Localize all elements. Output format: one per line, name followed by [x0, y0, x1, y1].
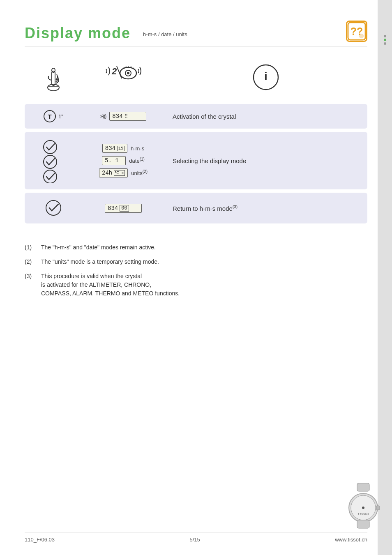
scroll-dot [384, 42, 386, 45]
hms-label: h-m-s [131, 145, 144, 152]
date-label: date(1) [129, 157, 145, 164]
page-footer: 110_F/06.03 5/15 www.tissot.ch [25, 532, 367, 543]
triple-check-icon [41, 138, 66, 183]
watch-image: T·TOUCH [343, 481, 384, 530]
svg-rect-28 [357, 520, 369, 528]
main-content: 2 [25, 59, 367, 304]
activation-lcd-row: »))) 834 ⠿ [100, 112, 147, 121]
scroll-dot-active [384, 39, 386, 41]
svg-point-2 [359, 34, 364, 39]
hms-lcd: 834 15 [102, 144, 127, 153]
icon-row-header: 2 [25, 59, 367, 96]
footnote-2: (2) The "units" mode is a temporary sett… [25, 258, 367, 266]
activation-desc: Activation of the crystal [164, 107, 367, 126]
hms-lcd-row: 834 15 h-m-s [102, 144, 144, 153]
svg-text:T·TOUCH: T·TOUCH [358, 513, 369, 515]
page-subtitle: h-m-s / date / units [143, 31, 187, 37]
footer-left: 110_F/06.03 [25, 537, 55, 543]
svg-point-11 [127, 72, 129, 74]
t-circle: T [44, 110, 56, 122]
page-title: Display mode [25, 25, 131, 42]
return-desc: Return to h-m-s mode(3) [164, 198, 367, 218]
selecting-desc: Selecting the display mode [164, 151, 367, 170]
return-row: 834 00 Return to h-m-s mode(3) [25, 193, 367, 223]
lcd-colon: ⠿ [125, 114, 128, 119]
activation-lcd: 834 ⠿ [109, 112, 146, 121]
svg-line-13 [126, 66, 126, 67]
svg-point-22 [46, 200, 61, 215]
units-lcd: 24h ℃ m [99, 168, 128, 177]
scroll-dot [384, 35, 386, 37]
svg-rect-23 [357, 483, 369, 491]
activation-text: Activation of the crystal [173, 113, 236, 120]
units-lcd-row: 24h ℃ m units(2) [99, 168, 148, 177]
eye-with-waves-icon: 2 [103, 59, 144, 92]
info-icon: i [251, 63, 280, 92]
selecting-row: 834 15 h-m-s 5. 1 ⁻ date(1) 24h [25, 132, 367, 189]
t-button: T 1" [44, 110, 63, 122]
svg-text:i: i [264, 70, 267, 83]
svg-rect-4 [52, 71, 55, 85]
footnote-1-num: (1) [25, 243, 41, 252]
activation-action: T 1" [25, 104, 82, 129]
footnote-1-text: The "h-m-s" and "date" modes remain acti… [41, 243, 156, 252]
activation-row: T 1" »))) 834 ⠿ Activation of the crysta… [25, 104, 367, 129]
info-icon-col: i [164, 63, 367, 92]
svg-point-19 [44, 140, 57, 154]
hand-icon [40, 61, 67, 92]
date-lcd-row: 5. 1 ⁻ date(1) [102, 156, 145, 165]
selecting-action [25, 132, 82, 189]
footnote-3-text: This procedure is valid when the crystal… [41, 272, 180, 298]
single-check-icon [44, 199, 63, 217]
return-lcd: 834 00 [105, 204, 142, 213]
return-action [25, 193, 82, 223]
question-mark-svg: ?? [347, 21, 366, 41]
watch-svg: T·TOUCH [343, 481, 384, 530]
eye-icon-col: 2 [82, 59, 164, 92]
footnote-3-num: (3) [25, 272, 41, 298]
lcd-time: 834 [112, 113, 122, 120]
right-bar [378, 0, 392, 555]
return-display: 834 00 [82, 198, 164, 219]
selecting-text: Selecting the display mode [173, 157, 246, 164]
t-label: 1" [58, 113, 63, 120]
sound-waves: »))) [100, 113, 106, 119]
svg-point-21 [44, 170, 57, 183]
hand-icon-col [25, 61, 82, 92]
svg-point-5 [52, 68, 55, 72]
svg-point-26 [362, 507, 364, 509]
activation-display: »))) 834 ⠿ [82, 106, 164, 127]
footnotes: (1) The "h-m-s" and "date" modes remain … [25, 239, 367, 304]
svg-line-8 [117, 66, 122, 78]
svg-text:2: 2 [111, 66, 117, 76]
units-label: units(2) [131, 169, 148, 176]
date-lcd: 5. 1 ⁻ [102, 156, 126, 165]
svg-point-20 [44, 155, 57, 168]
page-container: Display mode h-m-s / date / units ?? [0, 0, 392, 555]
footnote-2-text: The "units" mode is a temporary setting … [41, 258, 159, 266]
footnote-3: (3) This procedure is valid when the cry… [25, 272, 367, 298]
footer-right: www.tissot.ch [335, 537, 367, 543]
footnote-2-num: (2) [25, 258, 41, 266]
question-icon[interactable]: ?? [346, 21, 367, 42]
footer-center: 5/15 [189, 537, 200, 543]
selecting-display: 834 15 h-m-s 5. 1 ⁻ date(1) 24h [82, 138, 164, 184]
footnote-1: (1) The "h-m-s" and "date" modes remain … [25, 243, 367, 252]
scroll-indicator [378, 33, 392, 47]
help-icon-container[interactable]: ?? [346, 21, 367, 42]
svg-line-15 [131, 66, 131, 67]
page-header: Display mode h-m-s / date / units ?? [25, 25, 367, 46]
return-text: Return to h-m-s mode(3) [173, 205, 238, 212]
svg-rect-29 [376, 506, 380, 510]
